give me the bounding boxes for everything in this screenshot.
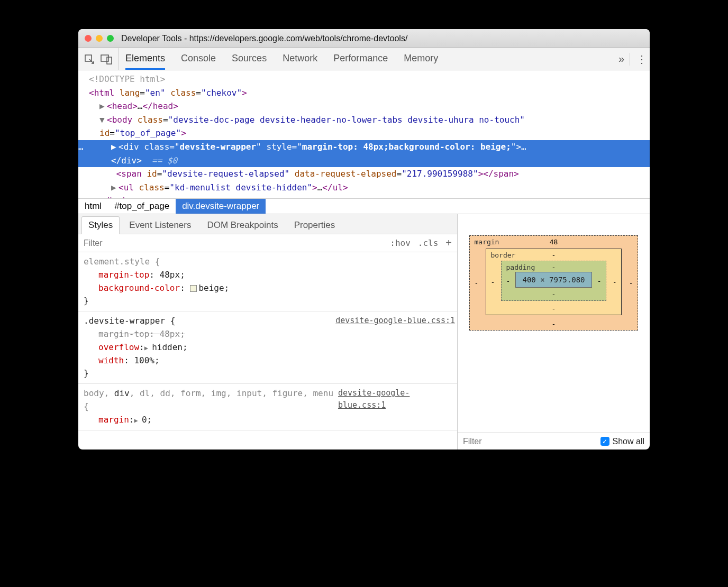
tab-console[interactable]: Console: [181, 48, 216, 70]
selector: element.style {: [84, 255, 160, 269]
subtab-dom-breakpoints[interactable]: DOM Breakpoints: [201, 217, 284, 234]
subtab-event-listeners[interactable]: Event Listeners: [123, 217, 197, 234]
style-rule[interactable]: element.style { margin-top: 48px; backgr…: [78, 252, 457, 311]
dom-node[interactable]: ▼<body class="devsite-doc-page devsite-h…: [81, 113, 647, 127]
traffic-lights: [85, 35, 114, 42]
menu-icon[interactable]: ⋮: [630, 53, 645, 66]
breadcrumb-item[interactable]: html: [78, 199, 108, 214]
hov-toggle[interactable]: :hov: [390, 238, 411, 248]
source-link[interactable]: devsite-google-blue.css:1: [338, 387, 455, 414]
margin-top-value: 48: [550, 238, 558, 246]
maximize-window-icon[interactable]: [107, 35, 114, 42]
style-rule[interactable]: body, div, dl, dd, form, img, input, fig…: [78, 384, 457, 430]
tab-sources[interactable]: Sources: [232, 48, 267, 70]
styles-rules: element.style { margin-top: 48px; backgr…: [78, 252, 457, 450]
cls-toggle[interactable]: .cls: [418, 238, 439, 248]
computed-filter-input[interactable]: [463, 437, 600, 446]
dom-node[interactable]: ▶<head>…</head>: [81, 99, 647, 113]
styles-filter-input[interactable]: [84, 239, 390, 248]
device-toolbar-icon[interactable]: [99, 52, 113, 66]
breadcrumb: html #top_of_page div.devsite-wrapper: [78, 198, 650, 214]
inspect-element-icon[interactable]: [83, 52, 96, 66]
tab-memory[interactable]: Memory: [404, 48, 438, 70]
tab-network[interactable]: Network: [283, 48, 317, 70]
source-link[interactable]: devsite-google-blue.css:1: [335, 315, 455, 328]
tab-performance[interactable]: Performance: [333, 48, 388, 70]
padding-label: padding: [506, 263, 535, 271]
computed-pane: margin 48 - - - border - - - - padding: [458, 214, 650, 450]
dom-node[interactable]: <html lang="en" class="chekov">: [81, 86, 647, 100]
subtab-properties[interactable]: Properties: [288, 217, 341, 234]
dom-node: </body>: [81, 194, 647, 198]
window-title: Developer Tools - https://developers.goo…: [121, 34, 407, 43]
show-all-checkbox[interactable]: ✓: [600, 437, 609, 446]
breadcrumb-item-selected[interactable]: div.devsite-wrapper: [176, 199, 266, 214]
minimize-window-icon[interactable]: [96, 35, 103, 42]
svg-rect-1: [101, 55, 108, 61]
styles-subtabs: Styles Event Listeners DOM Breakpoints P…: [78, 214, 457, 234]
style-rule[interactable]: .devsite-wrapper {devsite-google-blue.cs…: [78, 311, 457, 384]
new-rule-icon[interactable]: +: [445, 237, 452, 249]
subtab-styles[interactable]: Styles: [81, 216, 120, 234]
dom-node[interactable]: ▶<ul class="kd-menulist devsite-hidden">…: [81, 181, 647, 195]
titlebar: Developer Tools - https://developers.goo…: [78, 29, 650, 48]
styles-filter-row: :hov .cls +: [78, 234, 457, 252]
breadcrumb-item[interactable]: #top_of_page: [108, 199, 176, 214]
main-toolbar: Elements Console Sources Network Perform…: [78, 48, 650, 70]
dom-tree[interactable]: <!DOCTYPE html> <html lang="en" class="c…: [78, 70, 650, 198]
svg-rect-2: [107, 57, 112, 64]
selector: body, div, dl, dd, form, img, input, fig…: [84, 387, 338, 414]
dom-node[interactable]: <span id="devsite-request-elapsed" data-…: [81, 167, 647, 181]
devtools-window: Developer Tools - https://developers.goo…: [78, 29, 650, 450]
margin-label: margin: [474, 238, 499, 246]
dom-node-cont: id="top_of_page">: [81, 126, 647, 140]
border-label: border: [490, 251, 515, 259]
box-model[interactable]: margin 48 - - - border - - - - padding: [458, 214, 650, 433]
doctype: <!DOCTYPE html>: [81, 72, 647, 86]
styles-pane: Styles Event Listeners DOM Breakpoints P…: [78, 214, 458, 450]
computed-filter-row: ✓ Show all: [458, 433, 650, 450]
close-window-icon[interactable]: [85, 35, 92, 42]
content-size: 400 × 7975.080: [515, 272, 592, 288]
more-tabs-icon[interactable]: »: [618, 53, 624, 65]
tab-elements[interactable]: Elements: [125, 48, 165, 70]
color-swatch-icon[interactable]: [190, 285, 197, 292]
show-all-label: Show all: [613, 437, 644, 446]
dom-node-selected[interactable]: …▶<div class="devsite-wrapper" style="ma…: [78, 140, 650, 167]
main-tabs: Elements Console Sources Network Perform…: [125, 48, 438, 70]
selector: .devsite-wrapper {: [84, 315, 175, 328]
